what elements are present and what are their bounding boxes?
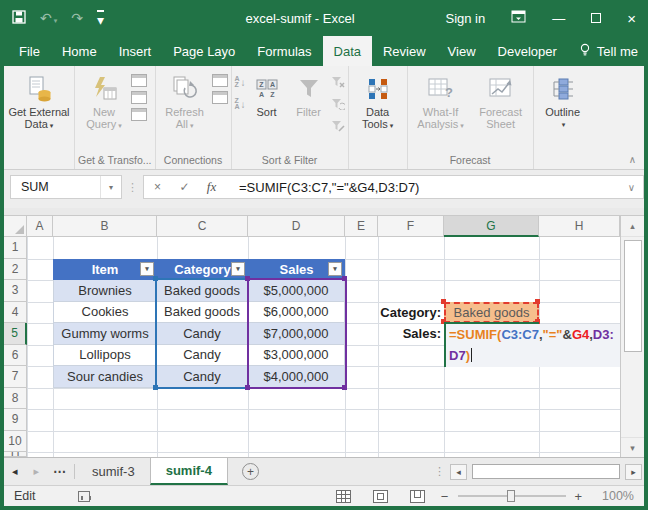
tab-developer[interactable]: Developer bbox=[487, 36, 568, 66]
show-queries-icon[interactable] bbox=[131, 74, 147, 87]
tab-formulas[interactable]: Formulas bbox=[246, 36, 322, 66]
vertical-scrollbar[interactable]: ▴ ▾ bbox=[620, 216, 644, 457]
tab-view[interactable]: View bbox=[437, 36, 487, 66]
cell-F5-sales-label[interactable]: Sales: bbox=[378, 323, 444, 345]
name-box-dropdown-icon[interactable]: ▾ bbox=[100, 176, 121, 198]
tab-page-layout[interactable]: Page Layo bbox=[162, 36, 246, 66]
row-header-5[interactable]: 5 bbox=[4, 323, 27, 345]
formula-input[interactable]: =SUMIF(C3:C7,"="&G4,D3:D7) bbox=[239, 180, 628, 195]
sheet-tab-sumif-3[interactable]: sumif-3 bbox=[77, 458, 150, 485]
cell-D6[interactable]: $3,000,000 bbox=[248, 345, 345, 367]
table-header-item[interactable]: Item ▾ bbox=[53, 259, 157, 281]
insert-function-icon[interactable]: fx bbox=[198, 179, 225, 195]
minimize-button[interactable]: — bbox=[552, 11, 565, 26]
cell-B6[interactable]: Lollipops bbox=[53, 345, 157, 367]
cell-C3[interactable]: Baked goods bbox=[157, 280, 248, 302]
from-table-icon[interactable] bbox=[131, 91, 147, 104]
sort-button[interactable]: ZAAZ Sort bbox=[247, 68, 287, 154]
connections-icon[interactable] bbox=[212, 74, 228, 87]
cell-D4[interactable]: $6,000,000 bbox=[248, 302, 345, 324]
sheet-tab-ellipsis[interactable]: ⋯ bbox=[47, 458, 72, 485]
tab-data[interactable]: Data bbox=[323, 36, 372, 66]
tab-tell-me[interactable]: Tell me bbox=[568, 36, 648, 66]
collapse-ribbon-icon[interactable]: ∧ bbox=[629, 154, 636, 165]
enter-icon[interactable]: ✓ bbox=[171, 180, 198, 194]
redo-icon[interactable]: ↷ bbox=[71, 11, 83, 25]
cell-G5-formula-edit[interactable]: =SUMIF(C3:C7,"="&G4,D3: D7) bbox=[444, 324, 620, 367]
col-header-b[interactable]: B bbox=[53, 216, 157, 237]
select-all-corner[interactable] bbox=[4, 216, 27, 237]
sheet-tab-sumif-4[interactable]: sumif-4 bbox=[150, 458, 228, 485]
hscroll-left-icon[interactable]: ◂ bbox=[450, 464, 467, 480]
edit-links-icon[interactable] bbox=[212, 91, 228, 104]
cell-C5[interactable]: Candy bbox=[157, 323, 248, 345]
cell-C4[interactable]: Baked goods bbox=[157, 302, 248, 324]
sheet-nav-next-icon[interactable]: ▸ bbox=[26, 458, 48, 485]
zoom-level[interactable]: 100% bbox=[596, 489, 634, 503]
row-header-4[interactable]: 4 bbox=[4, 302, 27, 324]
zoom-slider[interactable] bbox=[458, 495, 566, 497]
row-header-2[interactable]: 2 bbox=[4, 259, 27, 281]
view-normal-icon[interactable] bbox=[336, 490, 351, 503]
scroll-down-icon[interactable]: ▾ bbox=[621, 437, 644, 457]
sort-za-icon[interactable]: ZA↓ bbox=[235, 98, 246, 110]
what-if-analysis-button[interactable]: ? What-If Analysis▾ bbox=[411, 68, 471, 154]
clear-filter-icon[interactable] bbox=[331, 74, 345, 92]
row-header-6[interactable]: 6 bbox=[4, 345, 27, 367]
row-header-7[interactable]: 7 bbox=[4, 366, 27, 388]
table-header-category[interactable]: Category ▾ bbox=[157, 259, 248, 281]
table-header-sales[interactable]: Sales ▾ bbox=[248, 259, 345, 281]
vertical-scroll-thumb[interactable] bbox=[624, 240, 642, 352]
zoom-slider-thumb[interactable] bbox=[507, 490, 515, 502]
cell-G4-criteria[interactable]: Baked goods bbox=[444, 302, 539, 324]
cell-C7[interactable]: Candy bbox=[157, 366, 248, 388]
add-sheet-button[interactable]: + bbox=[242, 463, 259, 480]
filter-dropdown-item[interactable]: ▾ bbox=[140, 262, 154, 276]
macro-record-icon[interactable] bbox=[78, 491, 90, 502]
filter-button[interactable]: Filter bbox=[288, 68, 330, 154]
horizontal-scroll-thumb[interactable] bbox=[472, 464, 620, 479]
col-header-f[interactable]: F bbox=[378, 216, 444, 237]
tab-insert[interactable]: Insert bbox=[108, 36, 163, 66]
reapply-filter-icon[interactable] bbox=[331, 96, 345, 114]
formula-bar-expand-icon[interactable]: ∨ bbox=[628, 182, 643, 193]
col-header-e[interactable]: E bbox=[345, 216, 378, 237]
get-external-data-button[interactable]: Get External Data▾ bbox=[7, 68, 71, 154]
cancel-icon[interactable]: × bbox=[144, 180, 171, 194]
cell-B5[interactable]: Gummy worms bbox=[53, 323, 157, 345]
col-header-g[interactable]: G bbox=[444, 216, 539, 237]
horizontal-scrollbar[interactable]: ⋮ ◂ ▸ bbox=[434, 458, 642, 485]
refresh-all-button[interactable]: Refresh All▾ bbox=[159, 68, 211, 154]
maximize-button[interactable] bbox=[591, 13, 601, 23]
view-page-break-icon[interactable] bbox=[410, 490, 425, 503]
col-header-a[interactable]: A bbox=[27, 216, 53, 237]
row-header-10[interactable]: 10 bbox=[4, 431, 27, 453]
cell-F4-category-label[interactable]: Category: bbox=[378, 302, 444, 324]
undo-icon[interactable]: ↶▾ bbox=[40, 11, 57, 25]
sign-in-button[interactable]: Sign in bbox=[445, 11, 485, 26]
cell-B3[interactable]: Brownies bbox=[53, 280, 157, 302]
col-header-h[interactable]: H bbox=[539, 216, 620, 237]
col-header-c[interactable]: C bbox=[157, 216, 248, 237]
filter-dropdown-sales[interactable]: ▾ bbox=[328, 262, 342, 276]
view-page-layout-icon[interactable] bbox=[373, 490, 388, 503]
col-header-d[interactable]: D bbox=[248, 216, 345, 237]
outline-button[interactable]: Outline ▾ bbox=[537, 68, 589, 154]
cell-D5[interactable]: $7,000,000 bbox=[248, 323, 345, 345]
new-query-button[interactable]: New Query▾ bbox=[78, 68, 130, 154]
undo-dropdown-icon[interactable]: ▾ bbox=[54, 17, 58, 24]
tab-file[interactable]: File bbox=[8, 36, 51, 66]
ribbon-display-options-icon[interactable] bbox=[511, 9, 526, 27]
name-box[interactable]: SUM ▾ bbox=[10, 175, 122, 199]
row-header-3[interactable]: 3 bbox=[4, 280, 27, 302]
sort-az-icon[interactable]: AZ↓ bbox=[235, 76, 246, 88]
advanced-filter-icon[interactable] bbox=[331, 118, 345, 136]
forecast-sheet-button[interactable]: Forecast Sheet bbox=[472, 68, 530, 154]
grid[interactable]: A B C D E F G H 1 2 3 4 5 6 7 8 9 10 11 bbox=[4, 216, 620, 457]
cell-B4[interactable]: Cookies bbox=[53, 302, 157, 324]
hscroll-right-icon[interactable]: ▸ bbox=[625, 464, 642, 480]
sheet-nav-prev-icon[interactable]: ◂ bbox=[4, 458, 26, 485]
tab-home[interactable]: Home bbox=[51, 36, 108, 66]
tab-splitter-icon[interactable]: ⋮ bbox=[434, 465, 445, 478]
cell-D3[interactable]: $5,000,000 bbox=[248, 280, 345, 302]
